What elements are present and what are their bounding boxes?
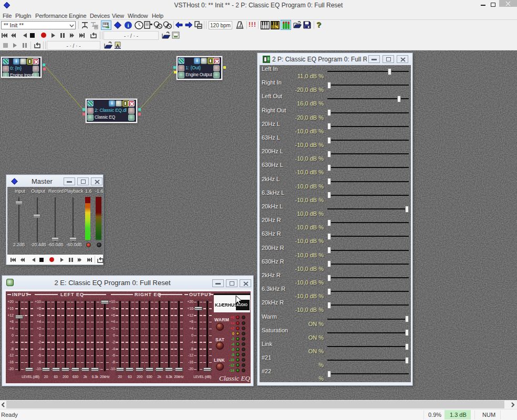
svg-text:i: i xyxy=(127,22,129,28)
